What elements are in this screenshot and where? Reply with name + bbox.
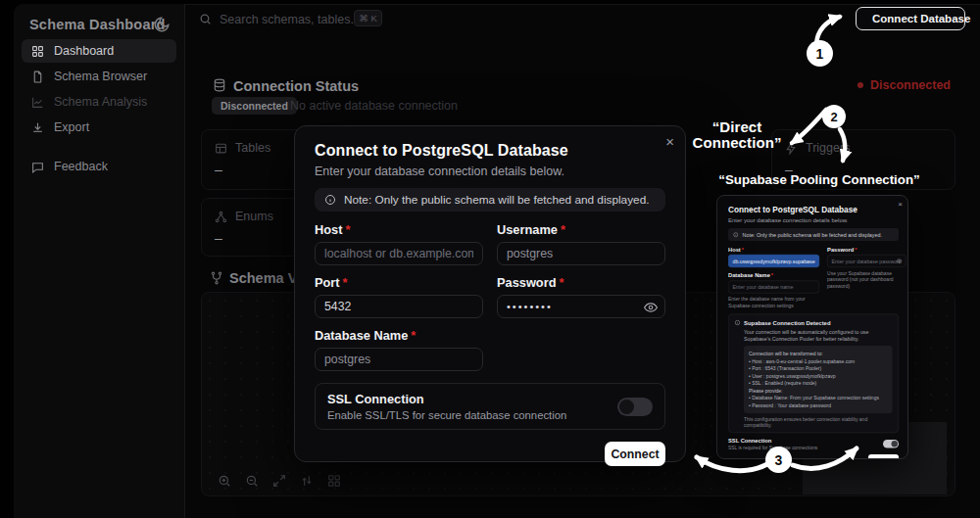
- transform-bullet: • User : postgres.uswqpssdymofklpzavp: [749, 372, 888, 380]
- port-label: Port*: [315, 275, 483, 290]
- ssl-toggle-on[interactable]: [883, 440, 899, 448]
- database-label: Database Name*: [728, 272, 819, 278]
- zoom-out-icon[interactable]: [245, 474, 259, 488]
- eye-icon[interactable]: [896, 259, 902, 264]
- card-value: –: [215, 230, 222, 246]
- username-field-group: Username*: [497, 222, 665, 265]
- transform-bullet: • Host : aws-0-eu-central-1.pooler.supab…: [749, 357, 888, 365]
- database-field-group: Database Name*: [315, 328, 483, 371]
- sidebar-item-label: Dashboard: [54, 44, 114, 58]
- ssl-toggle[interactable]: [617, 398, 653, 416]
- connection-status-message: No active database connection: [290, 99, 458, 113]
- ssl-description: Enable SSL/TLS for secure database conne…: [327, 409, 566, 421]
- dashboard-grid-icon: [31, 45, 44, 58]
- mini-password-group: Password* Enter your database password U…: [827, 247, 906, 309]
- search-input[interactable]: Search schemas, tables...: [220, 13, 361, 26]
- grid-layout-icon[interactable]: [327, 474, 341, 488]
- sidebar-item-export[interactable]: Export: [22, 116, 176, 139]
- transform-details-box: Connection will be transformed to: • Hos…: [744, 346, 893, 413]
- chart-icon: [31, 96, 44, 109]
- host-input[interactable]: [315, 242, 483, 265]
- annotation-step-2: 2: [822, 105, 846, 128]
- username-label: Username*: [497, 222, 665, 237]
- modal-note: Note: Only the public schema will be fet…: [315, 188, 665, 212]
- required-asterisk: *: [559, 275, 564, 290]
- supabase-detected-box: Supabase Connection Detected Your connec…: [728, 314, 899, 433]
- password-input[interactable]: ••••••••: [497, 295, 665, 318]
- username-input[interactable]: [497, 242, 665, 265]
- password-placeholder: Enter your database password: [832, 259, 902, 264]
- mini-modal-title: Connect to PostgreSQL Database: [728, 205, 899, 214]
- mini-modal-subtitle: Enter your database connection details b…: [728, 216, 899, 223]
- sidebar-item-label: Feedback: [54, 160, 108, 173]
- note-text: Note: Only the public schema will be fet…: [344, 193, 649, 207]
- required-asterisk: *: [742, 247, 744, 253]
- host-input-selected[interactable]: db.uswqpssdymofklpzavp.supabase: [728, 255, 819, 267]
- database-hint: Enter the database name from your Supaba…: [728, 296, 819, 308]
- sidebar-item-dashboard[interactable]: Dashboard: [22, 39, 176, 63]
- required-asterisk: *: [345, 222, 350, 237]
- host-field-group: Host*: [315, 222, 483, 265]
- app-canvas: Schema Dashboard Dashboard Schema Browse…: [0, 0, 980, 518]
- provide-header: Please provide:: [749, 387, 888, 395]
- network-icon: [215, 211, 227, 223]
- sidebar-item-schema-analysis[interactable]: Schema Analysis: [22, 90, 176, 114]
- schema-branch-icon: [210, 271, 223, 285]
- info-icon: [733, 232, 739, 238]
- status-text: Disconnected: [870, 78, 951, 92]
- required-asterisk: *: [561, 222, 565, 237]
- sidebar-item-label: Export: [54, 120, 89, 134]
- database-label: Database Name*: [315, 328, 483, 343]
- note-text: Note: Only the public schema will be fet…: [743, 232, 883, 238]
- disconnected-badge: Disconnected: [212, 97, 297, 115]
- dark-mode-toggle-icon[interactable]: [153, 16, 171, 33]
- transform-bullet: • Port : 6543 (Transaction Pooler): [749, 364, 888, 372]
- detect-body: Your connection will be automatically co…: [744, 328, 893, 342]
- file-icon: [31, 71, 44, 83]
- connect-button[interactable]: Connect: [605, 442, 665, 466]
- database-input[interactable]: Enter your database name: [728, 281, 819, 294]
- expand-icon[interactable]: [272, 474, 286, 488]
- mini-ssl-section: SSL Connection SSL is required for Supab…: [728, 438, 899, 450]
- toggle-knob: [892, 441, 899, 447]
- info-icon: [735, 320, 741, 326]
- ssl-title: SSL Connection: [728, 438, 817, 444]
- modal-subtitle: Enter your database connection details b…: [315, 165, 665, 178]
- detect-footer: This configuration ensures better connec…: [744, 416, 893, 427]
- sidebar: Schema Dashboard Dashboard Schema Browse…: [14, 4, 185, 518]
- close-icon[interactable]: ×: [665, 133, 674, 150]
- host-label: Host*: [315, 222, 483, 237]
- zoom-in-icon[interactable]: [218, 474, 231, 488]
- search-icon: [199, 13, 212, 25]
- direct-connection-label: “Direct Connection”: [685, 119, 789, 151]
- database-input[interactable]: [315, 348, 483, 371]
- card-label: Triggers: [806, 141, 850, 155]
- host-label: Host*: [728, 247, 819, 253]
- port-field-group: Port*: [315, 275, 483, 318]
- viz-toolbar: [218, 474, 341, 488]
- required-asterisk: *: [771, 272, 773, 278]
- search-shortcut-kbd: ⌘ K: [354, 10, 382, 26]
- port-input[interactable]: [315, 295, 483, 318]
- sidebar-item-schema-browser[interactable]: Schema Browser: [22, 65, 176, 88]
- connect-database-button[interactable]: Connect Database: [856, 7, 965, 30]
- required-asterisk: *: [343, 275, 348, 290]
- modal-title: Connect to PostgreSQL Database: [315, 142, 665, 160]
- connection-status-title: Connection Status: [233, 78, 359, 94]
- provide-bullet: • Database Name: From your Supabase conn…: [749, 395, 888, 402]
- sort-arrows-icon[interactable]: [300, 474, 314, 488]
- annotation-step-3: 3: [765, 447, 792, 473]
- close-icon[interactable]: ×: [898, 200, 903, 209]
- password-input[interactable]: Enter your database password: [827, 255, 906, 267]
- connect-button[interactable]: Connect: [868, 454, 899, 459]
- ssl-title: SSL Connection: [327, 392, 566, 406]
- required-asterisk: *: [411, 328, 416, 343]
- eye-icon[interactable]: [644, 301, 658, 314]
- toggle-knob: [619, 400, 634, 414]
- connect-database-label: Connect Database: [872, 13, 970, 24]
- supabase-pooling-modal-screenshot: × Connect to PostgreSQL Database Enter y…: [716, 195, 908, 459]
- sidebar-item-feedback[interactable]: Feedback: [22, 155, 176, 178]
- card-label: Tables: [235, 141, 270, 155]
- mini-note: Note: Only the public schema will be fet…: [728, 228, 899, 241]
- required-asterisk: *: [855, 247, 857, 253]
